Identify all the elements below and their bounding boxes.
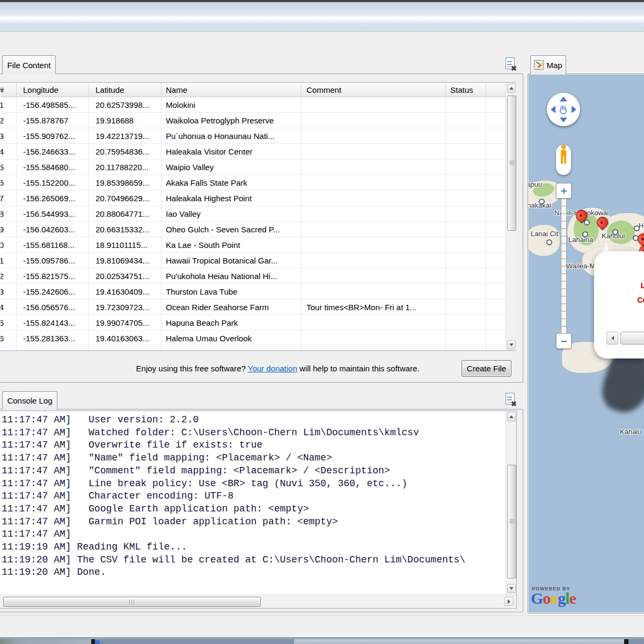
table-row[interactable]: 4-156.246633...20.75954836...Haleakala V… (1, 144, 506, 159)
map-pan-control[interactable] (547, 93, 580, 126)
table-row[interactable]: 15-155.824143...19.99074705...Hapuna Bea… (1, 315, 506, 331)
map-label-kahaluu: Kahalu (620, 428, 641, 436)
tab-map[interactable]: Map (530, 55, 566, 74)
cell-lon: -156.265069... (17, 191, 89, 206)
console-text[interactable]: 11:17:47 AM] User version: 2.2.011:17:47… (1, 411, 506, 594)
col-header-latitude[interactable]: Latitude (89, 83, 162, 97)
zoom-slider-track[interactable] (561, 199, 567, 334)
cell-status (446, 268, 486, 283)
cell-comment (301, 222, 446, 237)
cell-status (446, 346, 486, 350)
cell-status (446, 206, 486, 221)
pan-down-icon[interactable] (560, 118, 567, 122)
info-scroll-left-button[interactable] (606, 332, 618, 345)
pan-right-icon[interactable] (572, 106, 576, 113)
table-scrollbar-thumb[interactable] (507, 96, 516, 231)
scroll-up-button[interactable] (507, 412, 516, 421)
console-line: 11:17:47 AM] (2, 528, 506, 541)
cell-lon: -155.584680... (17, 159, 89, 174)
cell-num: 12 (1, 268, 17, 283)
table-row[interactable]: 3-155.909762...19.42213719...Pu`uhonua o… (1, 128, 506, 144)
cell-num: 15 (1, 315, 17, 330)
info-window[interactable]: Na Locat Comm (594, 251, 644, 358)
cell-extra (486, 331, 506, 346)
cell-lat: 20.75954836... (89, 144, 162, 159)
cell-extra (486, 253, 506, 268)
cell-num: 9 (1, 222, 17, 237)
tab-console-log[interactable]: Console Log (2, 391, 57, 409)
scroll-down-button[interactable] (507, 584, 516, 593)
cell-comment (301, 113, 446, 128)
table-header-row: # Longitude Latitude Name Comment Status (1, 83, 506, 97)
console-line: 11:17:47 AM] Watched folder: C:\Users\Ch… (2, 427, 506, 440)
col-header-longitude[interactable]: Longitude (17, 83, 89, 97)
clear-file-content-icon[interactable]: ✖ (505, 57, 516, 71)
google-logo[interactable]: Google (531, 590, 576, 606)
table-vertical-scrollbar[interactable] (506, 83, 516, 350)
table-row[interactable]: 8-156.544993...20.88064771...Iao Valley (1, 206, 506, 222)
table-row[interactable]: 14-156.056576...19.72309723...Ocean Ride… (1, 299, 506, 315)
scroll-right-button[interactable] (504, 597, 514, 606)
cell-lon: -156.498585... (17, 97, 89, 112)
console-line: 11:17:47 AM] Line break policy: Use <BR>… (2, 478, 506, 491)
street-view-pegman[interactable] (556, 145, 571, 175)
donation-link[interactable]: Your donation (248, 364, 297, 373)
table-row[interactable]: 13-155.242606...19.41630409...Thurston L… (1, 284, 506, 299)
col-header-num[interactable]: # (1, 83, 17, 97)
cell-comment (301, 315, 446, 330)
console-line: 11:17:47 AM] Overwrite file if exists: t… (2, 439, 506, 452)
cell-extra (486, 206, 506, 221)
table-row[interactable]: 10-155.681168...18.91101115...Ka Lae - S… (1, 237, 506, 253)
console-line: 11:19:19 AM] Reading KML file... (2, 541, 506, 554)
cell-status (446, 331, 486, 346)
table-row[interactable]: 17-155.94854819.59915007Holualoa Kona Co… (1, 346, 506, 350)
col-header-comment[interactable]: Comment (301, 83, 446, 97)
table-row[interactable]: 16-155.281363...19.40163063...Halema Uma… (1, 331, 506, 346)
cell-name: Haleakala Visitor Center (162, 144, 301, 159)
cell-comment (301, 144, 446, 159)
taskbar-separator (624, 639, 628, 644)
donation-prefix: Enjoy using this free software? (136, 364, 248, 373)
zoom-out-button[interactable]: − (556, 333, 572, 349)
windows-taskbar[interactable] (0, 638, 644, 644)
cell-name: Waipio Valley (162, 159, 301, 174)
cell-status (446, 159, 486, 174)
zoom-in-button[interactable]: + (556, 183, 572, 199)
pan-left-icon[interactable] (551, 106, 555, 113)
col-header-status[interactable]: Status (446, 83, 486, 97)
cell-lon: -155.095786... (17, 253, 89, 268)
table-row[interactable]: 2-155.87876719.918688Waikoloa Petroglyph… (1, 113, 506, 128)
cell-extra (486, 191, 506, 206)
scroll-up-button[interactable] (507, 84, 516, 93)
clear-console-icon[interactable]: ✖ (505, 393, 516, 407)
table-row[interactable]: 11-155.095786...19.81069434...Hawaii Tro… (1, 253, 506, 268)
table-row[interactable]: 9-156.042603...20.66315332...Oheo Gulch … (1, 222, 506, 237)
cell-lat: 18.91101115... (89, 237, 162, 252)
col-header-name[interactable]: Name (162, 83, 301, 97)
google-map[interactable]: apuu hakakai Napili-Honokowai Lanai Cit … (529, 75, 644, 612)
console-vertical-scrollbar[interactable] (506, 411, 516, 595)
tab-map-label: Map (546, 61, 562, 70)
cell-name: Thurston Lava Tube (162, 284, 301, 299)
console-vscrollbar-thumb[interactable] (507, 465, 516, 579)
cell-status (446, 191, 486, 206)
cell-extra (486, 284, 506, 299)
table-row[interactable]: 1-156.498585...20.62573998...Molokini (1, 97, 506, 113)
console-horizontal-scrollbar[interactable] (0, 595, 516, 608)
table-row[interactable]: 5-155.584680...20.11788220...Waipio Vall… (1, 159, 506, 175)
console-hscrollbar-thumb[interactable] (3, 597, 261, 607)
taskbar-button[interactable] (0, 639, 91, 644)
info-scrollbar-thumb[interactable] (620, 332, 644, 345)
town-dot (539, 199, 545, 204)
create-file-button[interactable]: Create File (462, 360, 511, 377)
table-row[interactable]: 6-155.152200...19.85398659...Akaka Falls… (1, 175, 506, 191)
pan-up-icon[interactable] (560, 97, 567, 101)
cell-status (446, 113, 486, 128)
table-row[interactable]: 12-155.821575...20.02534751...Pu'ukohola… (1, 268, 506, 284)
table-row[interactable]: 7-156.265069...20.70496629...Haleakala H… (1, 191, 506, 206)
tab-file-content[interactable]: File Content (2, 55, 56, 74)
cell-name: Hawaii Tropical Botanical Gar... (162, 253, 301, 268)
taskbar-button-active[interactable] (294, 639, 624, 644)
cell-lat: 20.62573998... (89, 97, 162, 112)
scroll-down-button[interactable] (507, 340, 516, 349)
